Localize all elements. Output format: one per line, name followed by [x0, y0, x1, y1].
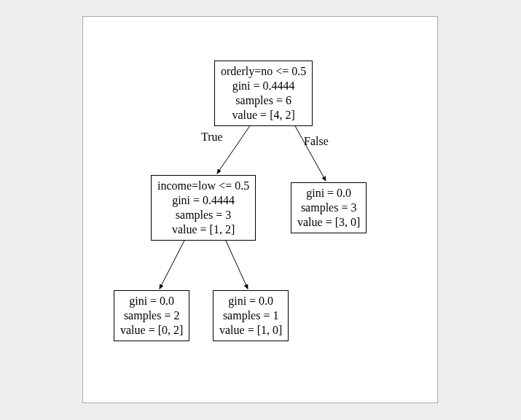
node-text: orderly=no <= 0.5	[221, 64, 306, 79]
node-text: samples = 1	[219, 308, 282, 323]
node-text: samples = 2	[120, 308, 183, 323]
node-text: gini = 0.0	[120, 294, 183, 308]
node-text: samples = 3	[157, 208, 249, 222]
svg-line-1	[294, 125, 326, 181]
node-text: value = [1, 2]	[157, 222, 249, 237]
node-text: gini = 0.0	[219, 294, 282, 308]
svg-line-3	[225, 239, 248, 289]
tree-node-left-left: gini = 0.0 samples = 2 value = [0, 2]	[114, 290, 189, 341]
tree-node-left: income=low <= 0.5 gini = 0.4444 samples …	[151, 175, 256, 241]
node-text: samples = 6	[221, 93, 306, 108]
node-text: gini = 0.0	[297, 186, 360, 201]
node-text: value = [3, 0]	[297, 215, 360, 230]
tree-node-right: gini = 0.0 samples = 3 value = [3, 0]	[291, 182, 367, 233]
node-text: value = [4, 2]	[221, 108, 306, 122]
tree-diagram: True False orderly=no <= 0.5 gini = 0.44…	[82, 16, 438, 403]
node-text: gini = 0.4444	[221, 79, 306, 93]
node-text: samples = 3	[297, 201, 360, 215]
tree-node-left-right: gini = 0.0 samples = 1 value = [1, 0]	[213, 290, 289, 341]
edge-label-true: True	[201, 131, 223, 144]
node-text: gini = 0.4444	[157, 193, 249, 208]
tree-node-root: orderly=no <= 0.5 gini = 0.4444 samples …	[214, 61, 313, 126]
edge-label-false: False	[304, 135, 329, 148]
node-text: value = [1, 0]	[219, 323, 282, 338]
node-text: value = [0, 2]	[120, 323, 183, 338]
svg-line-2	[160, 239, 185, 289]
node-text: income=low <= 0.5	[157, 179, 249, 193]
